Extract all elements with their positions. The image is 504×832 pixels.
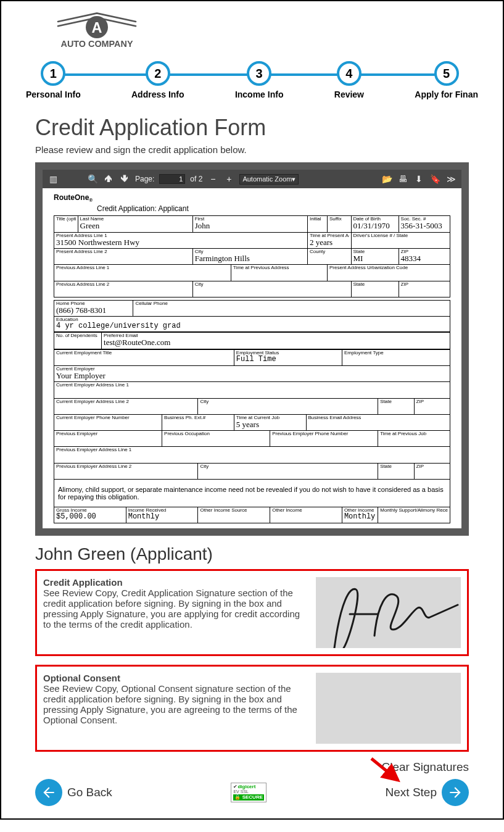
page-down-icon[interactable]: 🡻 [119,174,130,184]
page-title: Credit Application Form [35,115,469,141]
tools-icon[interactable]: ≫ [445,174,456,184]
step-address-info: 2 Address Info [131,61,184,99]
employment-grid: Current Employment Title Employment Stat… [54,349,450,524]
company-logo: A AUTO COMPANY [41,10,497,52]
application-form-grid: Title (optional) Last NameGreen FirstJoh… [54,215,450,297]
annotation-arrow-icon [368,755,405,786]
open-file-icon[interactable]: 📂 [381,174,392,184]
page-total: of 2 [190,175,202,183]
applicant-name: John Green (Applicant) [35,544,469,564]
svg-text:AUTO COMPANY: AUTO COMPANY [61,39,133,49]
sig-body: See Review Copy, Optional Consent signat… [43,683,297,725]
sig-title: Credit Application [43,577,310,588]
signature-block-credit-application: Credit Application See Review Copy, Cred… [35,569,469,656]
secure-badge: ✔digicert EV SSL 🔒 SECURE [231,783,266,802]
sig-title: Optional Consent [43,673,310,683]
signature-pad-consent[interactable] [316,673,461,744]
doc-heading: Credit Application: Applicant [97,204,450,213]
download-icon[interactable]: ⬇ [413,174,424,184]
search-icon[interactable]: 🔍 [87,174,98,184]
zoom-out-icon[interactable]: − [207,174,218,184]
sig-body: See Review Copy, Credit Application Sign… [43,588,300,630]
arrow-right-icon [442,779,469,806]
phones-grid: Home Phone(866) 768-8301 Cellular Phone … [54,300,450,332]
print-icon[interactable]: 🖶 [397,174,408,184]
sidebar-toggle-icon[interactable]: ▥ [48,174,59,184]
dependents-grid: No. of Dependents Preferred Emailtest@Ro… [54,332,450,349]
step-review: 4 Review [334,61,364,99]
next-step-button[interactable]: Next Step [386,779,469,806]
step-income-info: 3 Income Info [235,61,284,99]
svg-line-3 [371,759,398,780]
signature-block-optional-consent: Optional Consent See Review Copy, Option… [35,665,469,752]
pdf-page-content: RouteOne® Credit Application: Applicant … [43,188,461,528]
doc-brand: RouteOne [54,193,89,202]
page-up-icon[interactable]: 🡹 [103,174,114,184]
page-label: Page: [135,175,154,183]
svg-text:A: A [92,20,102,36]
pdf-toolbar: ▥ 🔍 🡹 🡻 Page: of 2 − + Automatic Zoom▾ 📂… [43,170,461,188]
page-number-input[interactable] [159,174,185,184]
page-subtitle: Please review and sign the credit applic… [35,144,469,155]
pdf-viewer: ▥ 🔍 🡹 🡻 Page: of 2 − + Automatic Zoom▾ 📂… [35,162,469,536]
step-apply-financing: 5 Apply for Finan [415,61,478,99]
signature-pad-credit[interactable] [316,577,461,648]
go-back-button[interactable]: Go Back [35,779,112,806]
arrow-left-icon [35,779,62,806]
progress-stepper: 1 Personal Info 2 Address Info 3 Income … [26,61,478,99]
bookmark-icon[interactable]: 🔖 [429,174,440,184]
bottom-nav: Go Back ✔digicert EV SSL 🔒 SECURE Next S… [7,779,497,806]
zoom-select[interactable]: Automatic Zoom▾ [239,174,299,185]
step-personal-info: 1 Personal Info [26,61,81,99]
zoom-in-icon[interactable]: + [223,174,234,184]
